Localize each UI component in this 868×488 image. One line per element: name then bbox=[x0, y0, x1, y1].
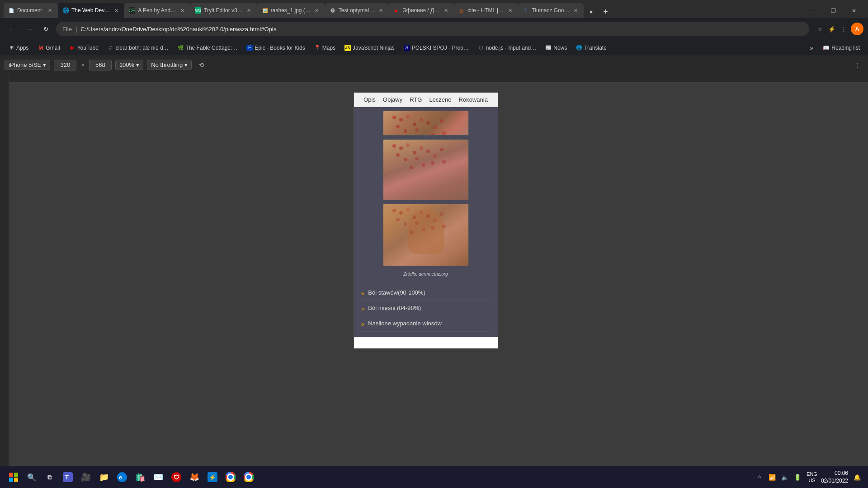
bookmark-clearboth[interactable]: F clear:both; ale nie d… bbox=[104, 42, 172, 54]
ruler-row bbox=[0, 74, 868, 83]
tab-overflow-button[interactable]: ▾ bbox=[585, 5, 597, 18]
start-button[interactable] bbox=[5, 469, 22, 485]
taskbar-chrome-app[interactable] bbox=[222, 469, 239, 485]
device-chevron-icon: ▾ bbox=[43, 61, 46, 68]
close-button[interactable]: ✕ bbox=[844, 4, 864, 18]
tray-volume-icon[interactable]: 🔈 bbox=[779, 472, 790, 483]
new-tab-button[interactable]: + bbox=[599, 5, 612, 18]
edge-icon: e bbox=[117, 472, 127, 482]
devtools-more-options[interactable]: ⋮ bbox=[851, 59, 863, 71]
width-input[interactable] bbox=[54, 60, 76, 70]
tab-tlumacz[interactable]: T Tłumacz Goo… ✕ bbox=[518, 3, 584, 18]
svg-rect-3 bbox=[9, 478, 13, 482]
bookmarks-overflow-button[interactable]: » bbox=[806, 42, 817, 54]
bookmark-epicbooks[interactable]: E Epic - Books for Kids bbox=[243, 42, 308, 54]
bookmark-news-label: News bbox=[553, 45, 567, 51]
tray-network-icon[interactable]: 📶 bbox=[767, 472, 778, 483]
taskbar-chrome-app-2[interactable] bbox=[241, 469, 257, 485]
tab-apen[interactable]: CP A Pen by And… ✕ bbox=[124, 3, 190, 18]
bookmark-polskispoj[interactable]: S POLSKI SPOJ - Prob… bbox=[400, 42, 472, 54]
bookmark-jsninjas[interactable]: JS JavaScript Ninjas bbox=[341, 42, 398, 54]
taskbar-mail-app[interactable]: ✉️ bbox=[150, 469, 166, 485]
tab-tryit[interactable]: W3 Tryit Editor v3… ✕ bbox=[190, 3, 257, 18]
system-clock[interactable]: 00:06 02/01/2022 bbox=[821, 469, 848, 485]
nav-opis[interactable]: Opis bbox=[360, 95, 379, 104]
bookmark-youtube[interactable]: ▶ YouTube bbox=[66, 42, 102, 54]
bookmark-fablecottage[interactable]: 🌿 The Fable Cottage:… bbox=[174, 42, 241, 54]
epicbooks-icon: E bbox=[246, 45, 253, 51]
tab-close-cite[interactable]: ✕ bbox=[506, 7, 514, 14]
taskbar-search-button[interactable]: 🔍 bbox=[24, 469, 40, 485]
taskbar-files-app[interactable]: 📁 bbox=[96, 469, 112, 485]
restore-button[interactable]: ❐ bbox=[823, 4, 844, 18]
profile-button[interactable]: A bbox=[851, 23, 863, 35]
bookmark-nodejs[interactable]: ⬡ node.js - Input and… bbox=[474, 42, 540, 54]
height-input[interactable] bbox=[89, 60, 112, 70]
task-view-button[interactable]: ⧉ bbox=[42, 469, 58, 485]
bookmark-gmail[interactable]: M Gmail bbox=[34, 42, 63, 54]
minimize-button[interactable]: ─ bbox=[802, 4, 823, 18]
notification-icon[interactable]: 🔔 bbox=[852, 472, 863, 483]
symptom-text-1: Ból stawów(90-100%) bbox=[368, 289, 425, 296]
taskbar-store-app[interactable]: 🛍️ bbox=[132, 469, 148, 485]
nav-leczene[interactable]: Leczene bbox=[425, 95, 455, 104]
translate-icon: 🌐 bbox=[576, 45, 582, 51]
page-content: Źródło: dermnetnz.org » Ból stawów(90-10… bbox=[354, 107, 498, 337]
clock-date: 02/01/2022 bbox=[821, 477, 848, 485]
device-selector[interactable]: iPhone 5/SE ▾ bbox=[5, 60, 50, 70]
tab-close-efiopia[interactable]: ✕ bbox=[442, 7, 449, 14]
taskbar-video-app[interactable]: 🎥 bbox=[78, 469, 94, 485]
tab-close-apen[interactable]: ✕ bbox=[179, 7, 186, 14]
tab-cite[interactable]: ◎ cite - HTML |… ✕ bbox=[454, 3, 518, 18]
tab-efiopia[interactable]: ▶ Эфиония / Д… ✕ bbox=[389, 3, 454, 18]
tab-webdev[interactable]: 🌐 The Web Dev… ✕ bbox=[58, 3, 124, 18]
rash-image-3 bbox=[383, 204, 469, 266]
tab-icon-testopt: 🅣 bbox=[330, 7, 336, 14]
reload-button[interactable]: ↻ bbox=[39, 22, 53, 36]
tab-testopt[interactable]: 🅣 Test optymal… ✕ bbox=[325, 3, 389, 18]
bookmark-maps[interactable]: 📍 Maps bbox=[311, 42, 339, 54]
svg-point-14 bbox=[228, 475, 233, 479]
tab-close-webdev[interactable]: ✕ bbox=[113, 7, 120, 14]
rotate-icon[interactable]: ⟲ bbox=[195, 59, 208, 71]
taskbar-antivirus-app[interactable]: 🛡 bbox=[168, 469, 184, 485]
nav-objawy[interactable]: Objawy bbox=[379, 95, 406, 104]
tab-close-document[interactable]: ✕ bbox=[46, 7, 53, 14]
tab-close-testopt[interactable]: ✕ bbox=[377, 7, 384, 14]
bookmark-translate[interactable]: 🌐 Translate bbox=[572, 42, 610, 54]
browser-menu-icon[interactable]: ⋮ bbox=[839, 24, 848, 33]
tray-chevron[interactable]: ^ bbox=[754, 472, 765, 483]
forward-button[interactable]: → bbox=[22, 22, 36, 36]
performance-icon[interactable]: ⚡ bbox=[827, 24, 836, 33]
symptom-item-1: » Ból stawów(90-100%) bbox=[361, 286, 491, 301]
nav-rokowania[interactable]: Rokowania bbox=[455, 95, 491, 104]
taskbar-edge-app[interactable]: e bbox=[114, 469, 130, 485]
address-bar[interactable]: File | C:/Users/andrz/OneDrive/Desktop/d… bbox=[56, 22, 809, 36]
tab-rashes[interactable]: 🖼️ rashes_1.jpg (… ✕ bbox=[257, 3, 325, 18]
address-bar-actions: ☆ ⚡ ⋮ bbox=[816, 24, 848, 33]
ruler-corner bbox=[0, 74, 9, 83]
tab-close-rashes[interactable]: ✕ bbox=[313, 7, 321, 14]
tab-icon-cite: ◎ bbox=[458, 7, 465, 14]
bookmark-fablecottage-label: The Fable Cottage:… bbox=[186, 45, 238, 51]
taskbar-chat-app[interactable]: T bbox=[60, 469, 76, 485]
throttle-selector[interactable]: No throttling ▾ bbox=[147, 60, 192, 70]
zoom-selector[interactable]: 100% ▾ bbox=[115, 60, 143, 70]
taskbar-vscode-app[interactable]: ⚡ bbox=[204, 469, 221, 485]
tab-title-document: Document bbox=[17, 7, 43, 14]
tab-icon-tryit: W3 bbox=[195, 7, 201, 14]
language-indicator[interactable]: ENGUS bbox=[807, 471, 817, 484]
taskbar-firefox-app[interactable]: 🦊 bbox=[186, 469, 203, 485]
back-button[interactable]: ← bbox=[5, 22, 19, 36]
tab-document[interactable]: 📄 Document ✕ bbox=[4, 3, 58, 18]
tab-close-tryit[interactable]: ✕ bbox=[245, 7, 253, 14]
bookmark-news[interactable]: 📰 News bbox=[542, 42, 571, 54]
reading-list-icon: 📖 bbox=[823, 45, 830, 51]
bookmark-page-icon[interactable]: ☆ bbox=[816, 24, 825, 33]
tray-battery-icon[interactable]: 🔋 bbox=[792, 472, 803, 483]
bookmark-nodejs-label: node.js - Input and… bbox=[486, 45, 536, 51]
tab-close-tlumacz[interactable]: ✕ bbox=[572, 7, 579, 14]
nav-rtg[interactable]: RTG bbox=[406, 95, 425, 104]
bookmark-apps[interactable]: ⊞ Apps bbox=[5, 42, 32, 54]
reading-list-button[interactable]: 📖 Reading list bbox=[819, 42, 863, 54]
